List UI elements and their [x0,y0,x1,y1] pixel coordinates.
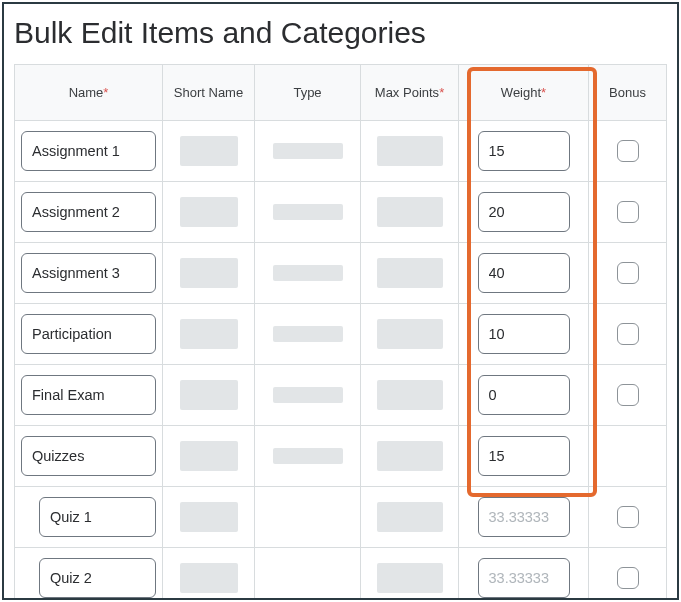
short-name-placeholder [180,563,238,593]
cell-max-points [361,121,459,182]
name-input[interactable] [21,314,156,354]
cell-short-name [163,426,255,487]
cell-type [255,365,361,426]
type-placeholder [273,143,343,159]
name-input[interactable] [21,192,156,232]
weight-input [478,558,570,598]
cell-weight [459,365,589,426]
short-name-placeholder [180,441,238,471]
bonus-checkbox[interactable] [617,323,639,345]
col-header-weight: Weight* [459,65,589,121]
cell-short-name [163,548,255,600]
cell-max-points [361,548,459,600]
type-placeholder [273,265,343,281]
name-input[interactable] [21,436,156,476]
type-placeholder [273,204,343,220]
cell-weight [459,121,589,182]
cell-name [15,487,163,548]
cell-name [15,426,163,487]
short-name-placeholder [180,502,238,532]
table-row [15,487,667,548]
bonus-checkbox[interactable] [617,140,639,162]
short-name-placeholder [180,136,238,166]
cell-bonus [589,304,667,365]
type-placeholder [273,387,343,403]
cell-name [15,121,163,182]
cell-bonus [589,121,667,182]
cell-weight [459,487,589,548]
bonus-checkbox[interactable] [617,567,639,589]
weight-input[interactable] [478,253,570,293]
cell-max-points [361,243,459,304]
cell-type [255,304,361,365]
cell-name [15,304,163,365]
name-input[interactable] [39,558,156,598]
cell-max-points [361,182,459,243]
short-name-placeholder [180,380,238,410]
cell-type [255,182,361,243]
weight-input[interactable] [478,314,570,354]
weight-input [478,497,570,537]
table-header-row: Name* Short Name Type Max Points* Weight… [15,65,667,121]
table-row [15,426,667,487]
page-title: Bulk Edit Items and Categories [14,16,677,50]
cell-type [255,121,361,182]
name-input[interactable] [39,497,156,537]
cell-name [15,182,163,243]
bonus-checkbox[interactable] [617,384,639,406]
cell-short-name [163,182,255,243]
table-row [15,243,667,304]
weight-input[interactable] [478,192,570,232]
cell-weight [459,243,589,304]
cell-bonus [589,243,667,304]
cell-short-name [163,365,255,426]
table-row [15,548,667,600]
table-row [15,121,667,182]
cell-bonus [589,426,667,487]
cell-weight [459,426,589,487]
cell-short-name [163,121,255,182]
name-input[interactable] [21,375,156,415]
weight-input[interactable] [478,131,570,171]
cell-name [15,365,163,426]
table-row [15,304,667,365]
bonus-checkbox[interactable] [617,201,639,223]
col-header-name: Name* [15,65,163,121]
cell-bonus [589,182,667,243]
type-placeholder [273,448,343,464]
cell-type [255,548,361,600]
cell-bonus [589,487,667,548]
type-placeholder [273,326,343,342]
col-header-type: Type [255,65,361,121]
short-name-placeholder [180,319,238,349]
name-input[interactable] [21,131,156,171]
max-points-placeholder [377,258,443,288]
cell-name [15,548,163,600]
bonus-checkbox[interactable] [617,262,639,284]
max-points-placeholder [377,197,443,227]
short-name-placeholder [180,258,238,288]
cell-short-name [163,304,255,365]
cell-max-points [361,365,459,426]
cell-max-points [361,487,459,548]
cell-bonus [589,548,667,600]
weight-input[interactable] [478,375,570,415]
cell-short-name [163,487,255,548]
weight-input[interactable] [478,436,570,476]
name-input[interactable] [21,253,156,293]
cell-max-points [361,304,459,365]
cell-max-points [361,426,459,487]
cell-type [255,426,361,487]
col-header-bonus: Bonus [589,65,667,121]
max-points-placeholder [377,563,443,593]
col-header-points: Max Points* [361,65,459,121]
col-header-short: Short Name [163,65,255,121]
cell-short-name [163,243,255,304]
bonus-checkbox[interactable] [617,506,639,528]
max-points-placeholder [377,319,443,349]
cell-type [255,243,361,304]
cell-type [255,487,361,548]
cell-name [15,243,163,304]
max-points-placeholder [377,441,443,471]
max-points-placeholder [377,380,443,410]
